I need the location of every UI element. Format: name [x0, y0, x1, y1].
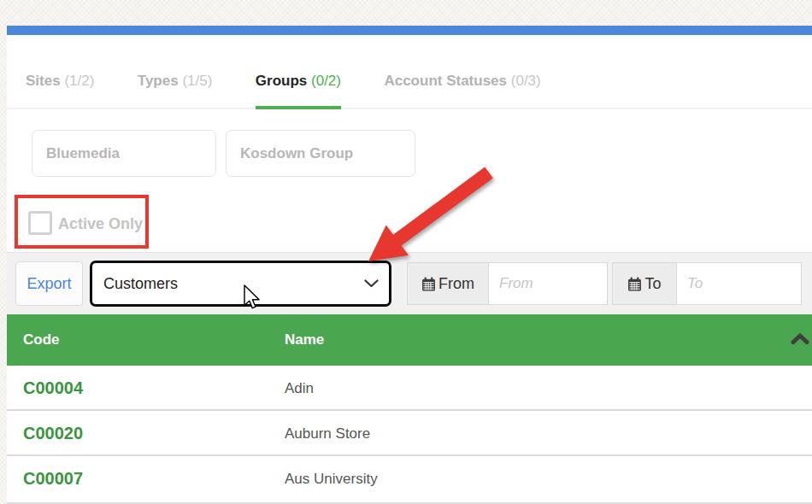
chevron-down-icon — [364, 279, 379, 288]
customer-filter-page: { "colors": { "top_bar_blue": "#4d87d8",… — [0, 0, 812, 504]
date-to-label: To — [644, 275, 661, 293]
group-option-kosdown[interactable]: Kosdown Group — [226, 130, 415, 177]
entity-select[interactable]: Customers — [90, 261, 391, 307]
table-header: Code Name — [7, 314, 812, 366]
table-row[interactable]: C00007 Aus University — [7, 456, 812, 504]
tab-label: Groups — [256, 73, 307, 89]
active-only-label: Active Only — [58, 215, 143, 233]
sort-ascending-icon[interactable] — [791, 333, 809, 344]
tab-groups[interactable]: Groups (0/2) — [256, 73, 341, 108]
row-code[interactable]: C00007 — [23, 469, 83, 489]
row-code[interactable]: C00020 — [23, 424, 83, 443]
tab-count: (0/2) — [311, 73, 341, 89]
date-from-input[interactable] — [489, 262, 608, 305]
tab-count: (1/5) — [182, 73, 212, 89]
tab-account-statuses[interactable]: Account Statuses (0/3) — [384, 73, 540, 108]
row-name: Aus University — [285, 471, 378, 488]
date-to-input[interactable] — [677, 262, 802, 305]
tab-sites[interactable]: Sites (1/2) — [26, 73, 94, 108]
table-row[interactable]: C00004 Adin — [7, 366, 812, 411]
column-header-code[interactable]: Code — [23, 331, 60, 349]
table-toolbar: Export Customers From — [7, 252, 812, 314]
group-option-label: Kosdown Group — [240, 145, 353, 162]
date-to-addon: To — [612, 262, 677, 305]
column-header-name[interactable]: Name — [285, 331, 324, 349]
active-only-checkbox[interactable] — [28, 211, 52, 235]
row-name: Auburn Store — [285, 425, 370, 442]
tab-types[interactable]: Types (1/5) — [138, 73, 213, 108]
export-button[interactable]: Export — [15, 261, 83, 306]
row-name: Adin — [285, 380, 314, 397]
calendar-icon — [627, 277, 642, 291]
top-accent-bar — [7, 26, 812, 35]
table-row[interactable]: C00020 Auburn Store — [7, 411, 812, 456]
export-label: Export — [26, 275, 71, 293]
row-code[interactable]: C00004 — [23, 378, 83, 398]
group-option-label: Bluemedia — [46, 145, 120, 162]
filter-tabs: Sites (1/2) Types (1/5) Groups (0/2) Acc… — [7, 73, 812, 109]
date-from-addon: From — [407, 262, 489, 305]
calendar-icon — [421, 277, 436, 291]
group-option-bluemedia[interactable]: Bluemedia — [32, 130, 216, 177]
tab-label: Sites — [26, 73, 61, 89]
tab-count: (0/3) — [511, 73, 541, 89]
entity-select-value: Customers — [103, 275, 364, 293]
tab-label: Account Statuses — [384, 73, 507, 89]
date-from-label: From — [438, 275, 474, 293]
tab-label: Types — [138, 73, 179, 89]
tab-count: (1/2) — [64, 73, 94, 89]
